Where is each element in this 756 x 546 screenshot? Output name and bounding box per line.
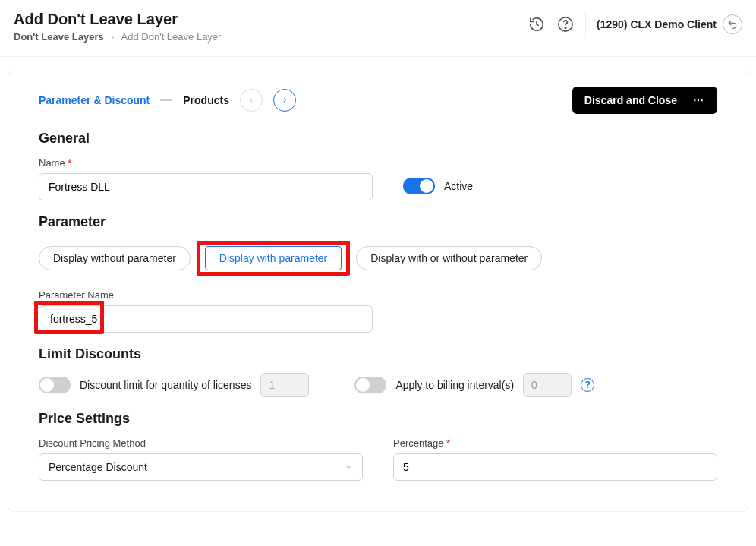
section-heading-parameter: Parameter (39, 214, 717, 230)
interval-toggle[interactable] (354, 377, 386, 393)
option-without-parameter[interactable]: Display without parameter (39, 246, 191, 270)
button-divider (685, 94, 685, 106)
interval-help-icon[interactable]: ? (581, 378, 594, 392)
qty-limit-toggle[interactable] (39, 377, 71, 393)
breadcrumb-current: Add Don't Leave Layer (121, 31, 222, 43)
more-options-icon[interactable]: ⋯ (693, 94, 705, 106)
section-heading-price: Price Settings (39, 411, 717, 427)
percentage-label: Percentage (393, 437, 717, 449)
client-label: (1290) CLX Demo Client (597, 18, 717, 30)
name-label: Name (39, 157, 373, 169)
option-with-parameter[interactable]: Display with parameter (205, 246, 342, 270)
parameter-name-label: Parameter Name (39, 289, 717, 301)
breadcrumb-separator-icon: › (111, 31, 114, 43)
parameter-name-input[interactable] (39, 305, 373, 333)
section-heading-general: General (39, 131, 717, 147)
page-title: Add Don't Leave Layer (14, 11, 221, 28)
prev-step-button[interactable] (240, 89, 263, 112)
interval-input[interactable] (523, 373, 572, 397)
history-icon[interactable] (528, 15, 546, 33)
pricing-method-value: Percentage Discount (49, 461, 147, 473)
step-connector (160, 99, 172, 101)
pricing-method-select[interactable]: Percentage Discount (39, 453, 363, 481)
client-selector[interactable]: (1290) CLX Demo Client (597, 14, 742, 34)
name-input[interactable] (39, 173, 373, 200)
form-card: Parameter & Discount Products Discard an… (8, 71, 748, 512)
qty-limit-label: Discount limit for quantity of licenses (80, 379, 251, 391)
active-toggle[interactable] (403, 178, 435, 194)
parameter-mode-group: Display without parameter Display with p… (39, 241, 717, 276)
discard-close-button[interactable]: Discard and Close ⋯ (572, 87, 717, 114)
pricing-method-label: Discount Pricing Method (39, 437, 363, 449)
step-parameter-discount[interactable]: Parameter & Discount (39, 94, 150, 106)
step-products[interactable]: Products (183, 94, 229, 106)
breadcrumb: Don't Leave Layers › Add Don't Leave Lay… (14, 31, 221, 43)
qty-limit-input[interactable] (260, 373, 309, 397)
top-bar: Add Don't Leave Layer Don't Leave Layers… (0, 0, 756, 57)
undo-icon[interactable] (723, 14, 742, 34)
help-icon[interactable] (556, 15, 575, 33)
discard-close-label: Discard and Close (584, 94, 677, 106)
next-step-button[interactable] (273, 89, 296, 112)
breadcrumb-link[interactable]: Don't Leave Layers (14, 31, 104, 43)
wizard-steps: Parameter & Discount Products (39, 89, 296, 112)
svg-point-1 (565, 27, 565, 28)
section-heading-limits: Limit Discounts (39, 346, 717, 362)
active-toggle-label: Active (444, 180, 473, 192)
interval-label: Apply to billing interval(s) (395, 379, 514, 391)
chevron-down-icon (344, 462, 353, 472)
highlight-box-option: Display with parameter (197, 241, 350, 276)
percentage-input[interactable] (393, 453, 717, 481)
divider (585, 11, 586, 38)
option-with-or-without-parameter[interactable]: Display with or without parameter (356, 246, 542, 270)
